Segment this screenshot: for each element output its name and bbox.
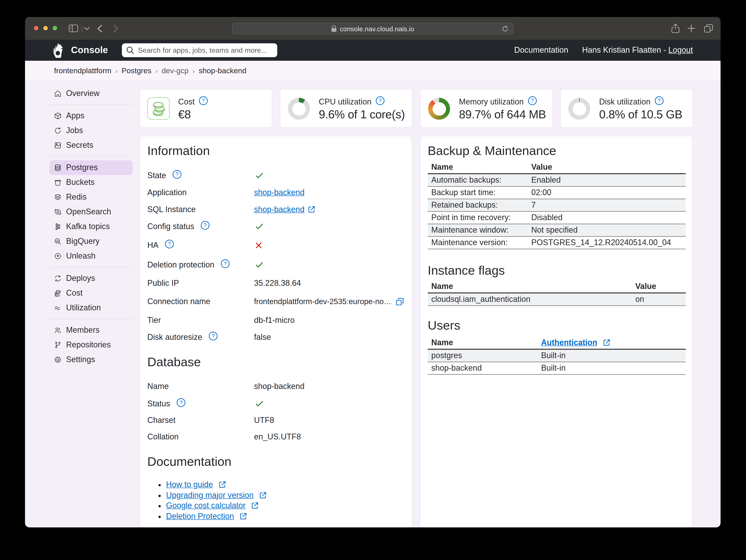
svg-text:?: ? [179,400,182,405]
svg-text:?: ? [204,222,207,228]
svg-text:?: ? [212,333,215,339]
svg-text:?: ? [202,98,205,104]
svg-text:?: ? [224,261,227,267]
svg-text:?: ? [658,98,661,104]
svg-text:?: ? [379,98,382,104]
svg-text:?: ? [168,241,171,247]
svg-text:?: ? [175,171,178,177]
svg-text:?: ? [531,98,534,104]
